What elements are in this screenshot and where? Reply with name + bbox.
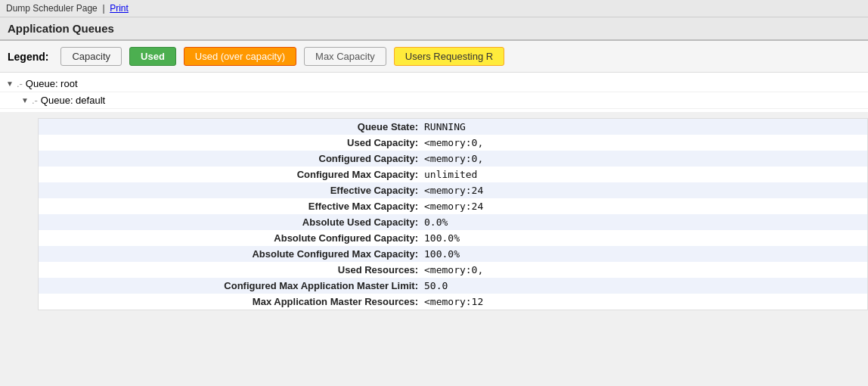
details-value: unlimited — [424, 169, 860, 180]
legend-used: Used — [129, 47, 176, 66]
details-value: <memory:24 — [424, 201, 860, 212]
legend-label: Legend: — [8, 51, 48, 63]
legend-over-capacity: Used (over capacity) — [184, 47, 296, 66]
details-row: Max Application Master Resources:<memory… — [39, 294, 867, 310]
details-key: Configured Max Application Master Limit: — [46, 280, 424, 291]
details-key: Queue State: — [46, 121, 424, 132]
details-key: Configured Capacity: — [46, 153, 424, 164]
details-value: <memory:0, — [424, 153, 860, 164]
details-value: 100.0% — [424, 232, 860, 244]
details-row: Used Resources:<memory:0, — [39, 262, 867, 278]
details-key: Effective Max Capacity: — [46, 201, 424, 212]
legend-bar: Legend: Capacity Used Used (over capacit… — [0, 41, 868, 73]
legend-max-capacity: Max Capacity — [304, 47, 386, 66]
expand-icon-root: ▼ — [6, 79, 14, 88]
details-key: Used Capacity: — [46, 137, 424, 148]
details-value: RUNNING — [424, 121, 860, 132]
details-row: Configured Capacity:<memory:0, — [39, 151, 867, 167]
details-value: <memory:24 — [424, 185, 860, 196]
details-value: 100.0% — [424, 248, 860, 260]
expand-icon-default: ▼ — [21, 96, 29, 104]
queue-row-root[interactable]: ▼ .- Queue: root — [0, 76, 868, 92]
details-value: <memory:0, — [424, 264, 860, 275]
print-link[interactable]: Print — [110, 3, 129, 14]
details-row: Configured Max Application Master Limit:… — [39, 278, 867, 294]
details-key: Max Application Master Resources: — [46, 296, 424, 307]
details-row: Effective Capacity:<memory:24 — [39, 182, 867, 198]
legend-users-requesting: Users Requesting R — [394, 47, 504, 66]
breadcrumb-bar: Dump Scheduler Page | Print — [0, 0, 868, 17]
details-key: Absolute Configured Capacity: — [46, 232, 424, 244]
queue-tree: ▼ .- Queue: root ▼ .- Queue: default — [0, 73, 868, 112]
details-key: Configured Max Capacity: — [46, 169, 424, 180]
details-row: Absolute Configured Max Capacity:100.0% — [39, 246, 867, 262]
details-container: Queue State:RUNNINGUsed Capacity:<memory… — [0, 112, 868, 310]
breadcrumb-text: Dump Scheduler Page — [6, 3, 98, 14]
queue-default-label: Queue: default — [41, 95, 105, 106]
details-value: <memory:0, — [424, 137, 860, 148]
details-panel: Queue State:RUNNINGUsed Capacity:<memory… — [38, 118, 868, 310]
details-key: Absolute Used Capacity: — [46, 216, 424, 228]
details-row: Configured Max Capacity:unlimited — [39, 167, 867, 182]
details-row: Absolute Used Capacity:0.0% — [39, 214, 867, 230]
legend-capacity: Capacity — [60, 47, 122, 66]
details-key: Absolute Configured Max Capacity: — [46, 248, 424, 260]
details-row: Absolute Configured Capacity:100.0% — [39, 230, 867, 246]
details-key: Effective Capacity: — [46, 185, 424, 196]
queue-root-label: Queue: root — [26, 78, 78, 89]
queue-row-default[interactable]: ▼ .- Queue: default — [0, 92, 868, 109]
details-value: 50.0 — [424, 280, 860, 291]
details-row: Queue State:RUNNING — [39, 119, 867, 135]
page-title: Application Queues — [8, 22, 114, 35]
app-queues-header: Application Queues — [0, 17, 868, 41]
details-value: 0.0% — [424, 216, 860, 228]
details-key: Used Resources: — [46, 264, 424, 275]
dash-default: .- — [32, 95, 38, 106]
spacer — [0, 112, 868, 118]
details-row: Used Capacity:<memory:0, — [39, 135, 867, 151]
details-value: <memory:12 — [424, 296, 860, 307]
dash-root: .- — [17, 78, 23, 89]
details-row: Effective Max Capacity:<memory:24 — [39, 198, 867, 214]
